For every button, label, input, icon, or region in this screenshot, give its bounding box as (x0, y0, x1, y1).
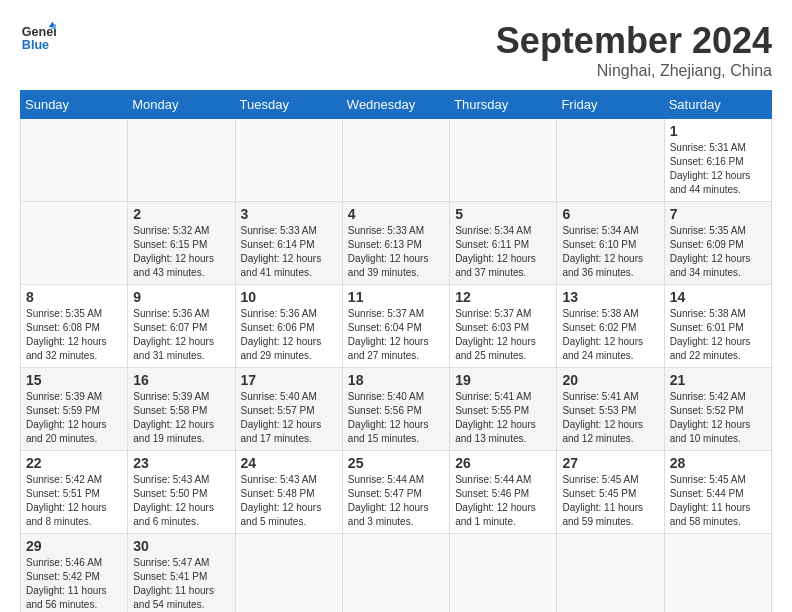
calendar-cell: 20Sunrise: 5:41 AMSunset: 5:53 PMDayligh… (557, 368, 664, 451)
day-number: 21 (670, 372, 766, 388)
day-number: 16 (133, 372, 229, 388)
day-info: Sunrise: 5:41 AMSunset: 5:53 PMDaylight:… (562, 391, 643, 444)
day-info: Sunrise: 5:44 AMSunset: 5:47 PMDaylight:… (348, 474, 429, 527)
day-number: 6 (562, 206, 658, 222)
calendar-cell: 9Sunrise: 5:36 AMSunset: 6:07 PMDaylight… (128, 285, 235, 368)
calendar-cell: 4Sunrise: 5:33 AMSunset: 6:13 PMDaylight… (342, 202, 449, 285)
day-number: 13 (562, 289, 658, 305)
calendar-cell: 12Sunrise: 5:37 AMSunset: 6:03 PMDayligh… (450, 285, 557, 368)
calendar-cell (342, 534, 449, 613)
day-number: 26 (455, 455, 551, 471)
day-number: 3 (241, 206, 337, 222)
day-info: Sunrise: 5:44 AMSunset: 5:46 PMDaylight:… (455, 474, 536, 527)
weekday-header-sunday: Sunday (21, 91, 128, 119)
calendar-cell: 22Sunrise: 5:42 AMSunset: 5:51 PMDayligh… (21, 451, 128, 534)
day-number: 28 (670, 455, 766, 471)
calendar-cell (342, 119, 449, 202)
day-info: Sunrise: 5:38 AMSunset: 6:02 PMDaylight:… (562, 308, 643, 361)
calendar-cell: 24Sunrise: 5:43 AMSunset: 5:48 PMDayligh… (235, 451, 342, 534)
calendar-cell: 10Sunrise: 5:36 AMSunset: 6:06 PMDayligh… (235, 285, 342, 368)
calendar-table: SundayMondayTuesdayWednesdayThursdayFrid… (20, 90, 772, 612)
day-number: 9 (133, 289, 229, 305)
day-number: 7 (670, 206, 766, 222)
day-info: Sunrise: 5:38 AMSunset: 6:01 PMDaylight:… (670, 308, 751, 361)
day-info: Sunrise: 5:32 AMSunset: 6:15 PMDaylight:… (133, 225, 214, 278)
weekday-header-tuesday: Tuesday (235, 91, 342, 119)
calendar-cell (557, 534, 664, 613)
logo: General Blue (20, 20, 56, 56)
day-info: Sunrise: 5:42 AMSunset: 5:52 PMDaylight:… (670, 391, 751, 444)
day-info: Sunrise: 5:31 AMSunset: 6:16 PMDaylight:… (670, 142, 751, 195)
weekday-header-monday: Monday (128, 91, 235, 119)
day-info: Sunrise: 5:40 AMSunset: 5:57 PMDaylight:… (241, 391, 322, 444)
day-number: 17 (241, 372, 337, 388)
calendar-cell: 16Sunrise: 5:39 AMSunset: 5:58 PMDayligh… (128, 368, 235, 451)
day-info: Sunrise: 5:37 AMSunset: 6:04 PMDaylight:… (348, 308, 429, 361)
calendar-cell (21, 202, 128, 285)
calendar-cell: 19Sunrise: 5:41 AMSunset: 5:55 PMDayligh… (450, 368, 557, 451)
day-number: 27 (562, 455, 658, 471)
day-info: Sunrise: 5:45 AMSunset: 5:45 PMDaylight:… (562, 474, 643, 527)
day-info: Sunrise: 5:34 AMSunset: 6:11 PMDaylight:… (455, 225, 536, 278)
calendar-cell: 29Sunrise: 5:46 AMSunset: 5:42 PMDayligh… (21, 534, 128, 613)
day-number: 22 (26, 455, 122, 471)
day-number: 10 (241, 289, 337, 305)
month-title: September 2024 (496, 20, 772, 62)
calendar-cell: 25Sunrise: 5:44 AMSunset: 5:47 PMDayligh… (342, 451, 449, 534)
calendar-cell (450, 119, 557, 202)
day-number: 5 (455, 206, 551, 222)
day-info: Sunrise: 5:43 AMSunset: 5:50 PMDaylight:… (133, 474, 214, 527)
day-number: 24 (241, 455, 337, 471)
weekday-header-saturday: Saturday (664, 91, 771, 119)
weekday-header-row: SundayMondayTuesdayWednesdayThursdayFrid… (21, 91, 772, 119)
calendar-cell (450, 534, 557, 613)
calendar-week-row: 29Sunrise: 5:46 AMSunset: 5:42 PMDayligh… (21, 534, 772, 613)
day-number: 25 (348, 455, 444, 471)
weekday-header-thursday: Thursday (450, 91, 557, 119)
calendar-cell (235, 534, 342, 613)
calendar-cell: 14Sunrise: 5:38 AMSunset: 6:01 PMDayligh… (664, 285, 771, 368)
day-number: 1 (670, 123, 766, 139)
day-number: 12 (455, 289, 551, 305)
calendar-week-row: 15Sunrise: 5:39 AMSunset: 5:59 PMDayligh… (21, 368, 772, 451)
day-number: 18 (348, 372, 444, 388)
day-number: 23 (133, 455, 229, 471)
weekday-header-friday: Friday (557, 91, 664, 119)
calendar-cell (128, 119, 235, 202)
day-info: Sunrise: 5:35 AMSunset: 6:08 PMDaylight:… (26, 308, 107, 361)
location: Ninghai, Zhejiang, China (496, 62, 772, 80)
day-info: Sunrise: 5:35 AMSunset: 6:09 PMDaylight:… (670, 225, 751, 278)
calendar-cell: 17Sunrise: 5:40 AMSunset: 5:57 PMDayligh… (235, 368, 342, 451)
day-number: 15 (26, 372, 122, 388)
calendar-cell: 21Sunrise: 5:42 AMSunset: 5:52 PMDayligh… (664, 368, 771, 451)
calendar-cell: 15Sunrise: 5:39 AMSunset: 5:59 PMDayligh… (21, 368, 128, 451)
day-number: 8 (26, 289, 122, 305)
calendar-cell: 7Sunrise: 5:35 AMSunset: 6:09 PMDaylight… (664, 202, 771, 285)
day-info: Sunrise: 5:46 AMSunset: 5:42 PMDaylight:… (26, 557, 107, 610)
day-number: 2 (133, 206, 229, 222)
calendar-cell (21, 119, 128, 202)
day-info: Sunrise: 5:36 AMSunset: 6:06 PMDaylight:… (241, 308, 322, 361)
calendar-cell: 18Sunrise: 5:40 AMSunset: 5:56 PMDayligh… (342, 368, 449, 451)
calendar-cell: 3Sunrise: 5:33 AMSunset: 6:14 PMDaylight… (235, 202, 342, 285)
day-number: 4 (348, 206, 444, 222)
day-info: Sunrise: 5:37 AMSunset: 6:03 PMDaylight:… (455, 308, 536, 361)
calendar-week-row: 2Sunrise: 5:32 AMSunset: 6:15 PMDaylight… (21, 202, 772, 285)
day-number: 29 (26, 538, 122, 554)
title-block: September 2024 Ninghai, Zhejiang, China (496, 20, 772, 80)
calendar-cell: 2Sunrise: 5:32 AMSunset: 6:15 PMDaylight… (128, 202, 235, 285)
calendar-cell (557, 119, 664, 202)
day-info: Sunrise: 5:33 AMSunset: 6:13 PMDaylight:… (348, 225, 429, 278)
logo-icon: General Blue (20, 20, 56, 56)
day-info: Sunrise: 5:34 AMSunset: 6:10 PMDaylight:… (562, 225, 643, 278)
calendar-cell: 23Sunrise: 5:43 AMSunset: 5:50 PMDayligh… (128, 451, 235, 534)
day-info: Sunrise: 5:36 AMSunset: 6:07 PMDaylight:… (133, 308, 214, 361)
calendar-cell: 5Sunrise: 5:34 AMSunset: 6:11 PMDaylight… (450, 202, 557, 285)
weekday-header-wednesday: Wednesday (342, 91, 449, 119)
calendar-week-row: 1Sunrise: 5:31 AMSunset: 6:16 PMDaylight… (21, 119, 772, 202)
calendar-week-row: 22Sunrise: 5:42 AMSunset: 5:51 PMDayligh… (21, 451, 772, 534)
calendar-cell: 1Sunrise: 5:31 AMSunset: 6:16 PMDaylight… (664, 119, 771, 202)
day-info: Sunrise: 5:39 AMSunset: 5:58 PMDaylight:… (133, 391, 214, 444)
page-header: General Blue September 2024 Ninghai, Zhe… (20, 20, 772, 80)
svg-text:Blue: Blue (22, 38, 49, 52)
